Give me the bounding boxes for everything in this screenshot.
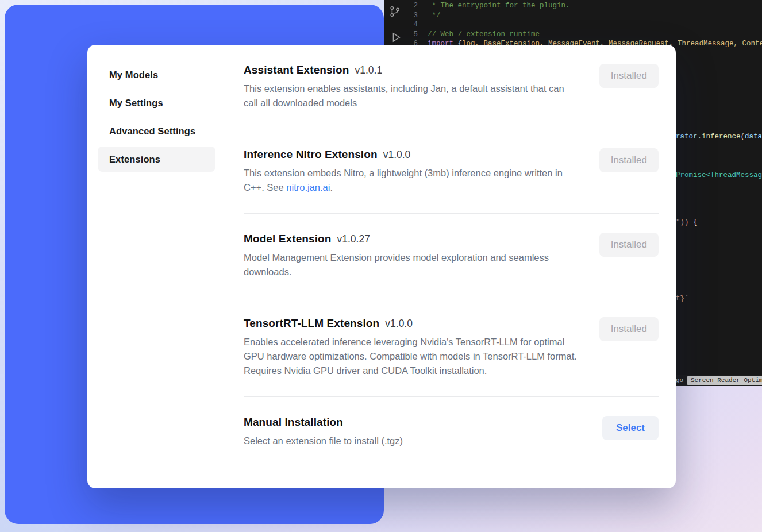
installed-button[interactable]: Installed: [599, 317, 659, 341]
extension-description: This extension enables assistants, inclu…: [244, 82, 580, 110]
manual-installation-title: Manual Installation: [244, 416, 343, 428]
select-file-button[interactable]: Select: [602, 416, 659, 440]
code-text: // Web / extension runtime: [428, 30, 540, 40]
extension-title: TensortRT-LLM Extension: [244, 317, 379, 329]
sidebar-item-extensions[interactable]: Extensions: [98, 147, 215, 172]
line-number: 2: [384, 1, 428, 11]
line-number: 4: [384, 20, 428, 30]
extension-row-model: Model Extensionv1.0.27 Model Management …: [244, 214, 659, 298]
extension-description: Enables accelerated inference leveraging…: [244, 335, 580, 378]
extension-version: v1.0.0: [383, 149, 411, 160]
extension-version: v1.0.0: [385, 318, 413, 329]
extension-row-tensorrt: TensortRT-LLM Extensionv1.0.0 Enables ac…: [244, 298, 659, 397]
installed-button[interactable]: Installed: [599, 233, 659, 257]
nitro-jan-ai-link[interactable]: nitro.jan.ai: [286, 182, 330, 192]
code-fragment: t}`: [676, 294, 689, 303]
code-area: 2 * The entrypoint for the plugin. 3 */ …: [384, 1, 762, 49]
sidebar-item-my-models[interactable]: My Models: [98, 62, 215, 87]
manual-installation-description: Select an extension file to install (.tg…: [244, 434, 580, 448]
extension-version: v1.0.1: [355, 64, 383, 76]
extensions-panel: Assistant Extensionv1.0.1 This extension…: [224, 45, 676, 488]
code-line: 2 * The entrypoint for the plugin.: [384, 1, 762, 11]
extension-description: Model Management Extension provides mode…: [244, 250, 580, 279]
code-fragment: Promise<ThreadMessage>: [676, 171, 762, 180]
manual-installation-row: Manual Installation Select an extension …: [244, 397, 659, 462]
line-number: 3: [384, 11, 428, 21]
code-text: * The entrypoint for the plugin.: [428, 1, 570, 11]
extension-title: Inference Nitro Extension: [244, 148, 378, 160]
status-text: go: [676, 377, 683, 384]
settings-sidebar: My Models My Settings Advanced Settings …: [87, 45, 224, 488]
sidebar-item-my-settings[interactable]: My Settings: [98, 90, 215, 115]
sidebar-item-advanced-settings[interactable]: Advanced Settings: [98, 118, 215, 144]
code-line: 3 */: [384, 11, 762, 21]
settings-modal: My Models My Settings Advanced Settings …: [87, 45, 676, 488]
code-text: */: [428, 11, 441, 21]
code-line: 5// Web / extension runtime: [384, 30, 762, 40]
code-fragment: ")) {: [676, 218, 698, 227]
extension-row-assistant: Assistant Extensionv1.0.1 This extension…: [244, 45, 659, 129]
screen-reader-badge[interactable]: Screen Reader Optimized: [687, 376, 762, 385]
line-number: 5: [384, 30, 428, 40]
extension-row-nitro: Inference Nitro Extensionv1.0.0 This ext…: [244, 129, 659, 214]
extension-title: Assistant Extension: [244, 64, 349, 76]
extension-title: Model Extension: [244, 233, 331, 245]
installed-button[interactable]: Installed: [599, 148, 659, 172]
extension-version: v1.0.27: [337, 233, 370, 245]
installed-button[interactable]: Installed: [599, 64, 659, 88]
code-line: 4: [384, 20, 762, 30]
code-fragment: rator.inference(data));: [676, 132, 762, 141]
extension-description: This extension embeds Nitro, a lightweig…: [244, 166, 580, 195]
